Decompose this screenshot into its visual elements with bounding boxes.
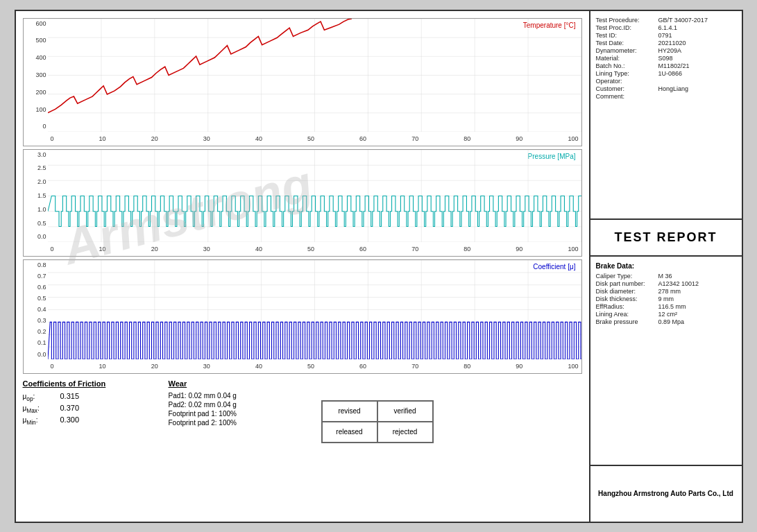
temperature-chart: Temperature [°C] 600 500 400 300 200 100… [23, 18, 582, 146]
right-panel: Test Procedure: GB/T 34007-2017 Test Pro… [589, 11, 742, 522]
bottom-section: Coefficients of Friction μop: 0.315 μMax… [23, 379, 582, 443]
footprint2-row: Footprint pad 2: 100% [169, 419, 307, 427]
pressure-x-axis: 0 10 20 30 40 50 60 70 80 90 100 [48, 242, 581, 256]
disk-thickness-key: Disk thickness: [596, 295, 658, 302]
customer-row: Customer: HongLiang [596, 85, 736, 92]
lining-area-key: Lining Area: [596, 311, 658, 318]
uop-val: 0.315 [60, 392, 80, 400]
test-date-val: 20211020 [658, 40, 686, 46]
pressure-chart: Pressure [MPa] 3.0 2.5 2.0 1.5 1.0 0.5 0… [23, 149, 582, 257]
test-info-section: Test Procedure: GB/T 34007-2017 Test Pro… [590, 11, 742, 221]
uop-label: μop: [23, 393, 58, 402]
temperature-plot [48, 19, 581, 132]
batch-row: Batch No.: M11802/21 [596, 62, 736, 69]
footprint1-label: Footprint pad 1: [169, 410, 217, 418]
status-rejected: rejected [377, 422, 433, 443]
lining-val: 1U-0866 [658, 70, 683, 77]
pad2-label: Pad2: [169, 401, 187, 409]
disk-diameter-val: 278 mm [658, 288, 681, 295]
wear-title: Wear [169, 379, 307, 388]
coefficient-chart: Coefficient [μ] 0.8 0.7 0.6 0.5 0.4 0.3 … [23, 259, 582, 374]
brake-data-section: Brake Data: Caliper Type: M 36 Disk part… [590, 257, 742, 466]
status-section: revised verified released rejected [321, 393, 434, 443]
pressure-y-axis: 3.0 2.5 2.0 1.5 1.0 0.5 0.0 [24, 150, 48, 242]
right-col-main: Test Procedure: GB/T 34007-2017 Test Pro… [590, 11, 742, 522]
coefficients-section: Coefficients of Friction μop: 0.315 μMax… [23, 379, 162, 443]
caliper-key: Caliper Type: [596, 273, 658, 280]
status-revised: revised [322, 401, 377, 422]
operator-key: Operator: [596, 78, 658, 85]
comment-key: Comment: [596, 93, 658, 100]
coefficient-x-axis: 0 10 20 30 40 50 60 70 80 90 100 [48, 359, 581, 373]
caliper-row: Caliper Type: M 36 [596, 273, 736, 280]
temperature-x-axis: 0 10 20 30 40 50 60 70 80 90 100 [48, 132, 581, 146]
lining-area-row: Lining Area: 12 cm² [596, 311, 736, 318]
company-section: Hangzhou Armstrong Auto Parts Co., Ltd [590, 466, 742, 522]
caliper-val: M 36 [658, 273, 672, 280]
status-released: released [322, 422, 377, 443]
footprint2-val: 100% [219, 419, 237, 427]
test-date-key: Test Date: [596, 40, 658, 46]
company-name: Hangzhou Armstrong Auto Parts Co., Ltd [598, 490, 733, 497]
pad1-label: Pad1: [169, 392, 187, 400]
brake-pressure-key: Brake pressure [596, 318, 658, 325]
pressure-plot [48, 150, 581, 242]
main-content: Armstrong Temperature [°C] 600 500 400 3… [16, 11, 589, 522]
test-procedure-key: Test Procedure: [596, 17, 658, 24]
customer-key: Customer: [596, 85, 658, 92]
lining-area-val: 12 cm² [658, 311, 678, 318]
batch-val: M11802/21 [658, 62, 690, 69]
disk-part-row: Disk part number: A12342 10012 [596, 280, 736, 287]
eff-radius-row: EffRadius: 116.5 mm [596, 303, 736, 310]
disk-part-key: Disk part number: [596, 280, 658, 287]
test-id-val: 0791 [658, 32, 672, 39]
test-report-label: TEST REPORT [590, 220, 742, 257]
disk-part-val: A12342 10012 [658, 280, 699, 287]
disk-thickness-row: Disk thickness: 9 mm [596, 295, 736, 302]
eff-radius-val: 116.5 mm [658, 303, 686, 310]
coefficient-plot [48, 260, 581, 359]
pad2-val: 0.02 mm 0.04 g [188, 401, 236, 409]
umax-label: μMax: [23, 404, 58, 414]
disk-diameter-row: Disk diameter: 278 mm [596, 288, 736, 295]
disk-thickness-val: 9 mm [658, 295, 674, 302]
coefficient-y-axis: 0.8 0.7 0.6 0.5 0.4 0.3 0.2 0.1 0.0 [24, 260, 48, 359]
batch-key: Batch No.: [596, 62, 658, 69]
disk-diameter-key: Disk diameter: [596, 288, 658, 295]
right-inner: Test Procedure: GB/T 34007-2017 Test Pro… [590, 11, 742, 522]
dynamometer-row: Dynamometer: HY209A [596, 47, 736, 54]
lining-key: Lining Type: [596, 70, 658, 77]
test-proc-id-key: Test Proc.ID: [596, 24, 658, 31]
test-proc-id-val: 6.1.4.1 [658, 24, 678, 31]
umin-val: 0.300 [60, 415, 80, 424]
temperature-y-axis: 600 500 400 300 200 100 0 [24, 19, 48, 132]
test-procedure-val: GB/T 34007-2017 [658, 17, 708, 24]
dynamometer-key: Dynamometer: [596, 47, 658, 54]
coefficients-title: Coefficients of Friction [23, 379, 162, 388]
test-id-key: Test ID: [596, 32, 658, 39]
test-date-row: Test Date: 20211020 [596, 40, 736, 46]
footprint1-val: 100% [219, 410, 237, 418]
wear-section: Wear Pad1: 0.02 mm 0.04 g Pad2: 0.02 mm … [169, 379, 307, 443]
footprint1-row: Footprint pad 1: 100% [169, 410, 307, 418]
material-val: S098 [658, 55, 673, 62]
material-key: Material: [596, 55, 658, 62]
footprint2-label: Footprint pad 2: [169, 419, 217, 427]
test-id-row: Test ID: 0791 [596, 32, 736, 39]
customer-val: HongLiang [658, 85, 689, 92]
test-procedure-row: Test Procedure: GB/T 34007-2017 [596, 17, 736, 24]
brake-pressure-val: 0.89 Mpa [658, 318, 685, 325]
eff-radius-key: EffRadius: [596, 303, 658, 310]
umax-val: 0.370 [60, 404, 80, 412]
pad1-val: 0.02 mm 0.04 g [188, 392, 236, 400]
dynamometer-val: HY209A [658, 47, 682, 54]
status-grid: revised verified released rejected [321, 400, 434, 443]
report-page: Armstrong Temperature [°C] 600 500 400 3… [15, 10, 743, 523]
material-row: Material: S098 [596, 55, 736, 62]
umin-label: μMin: [23, 416, 58, 426]
uop-row: μop: 0.315 [23, 392, 162, 402]
pad2-row: Pad2: 0.02 mm 0.04 g [169, 401, 307, 409]
status-verified: verified [377, 401, 433, 422]
pad1-row: Pad1: 0.02 mm 0.04 g [169, 392, 307, 400]
comment-row: Comment: [596, 93, 736, 100]
